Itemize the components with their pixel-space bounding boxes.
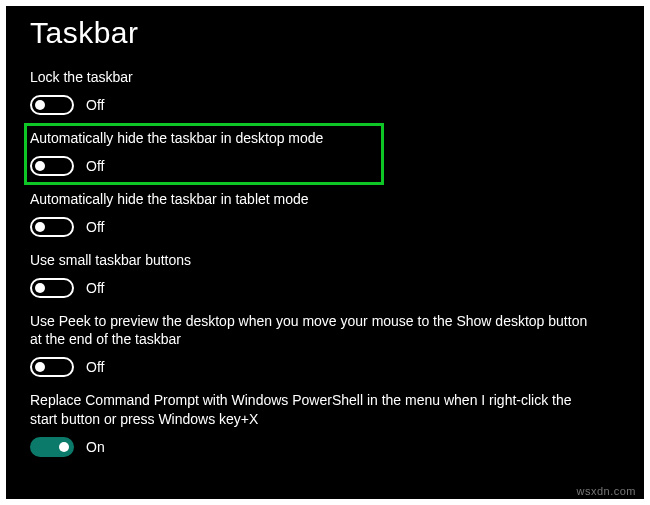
toggle-row: Off xyxy=(30,95,626,115)
setting-label: Automatically hide the taskbar in deskto… xyxy=(30,129,590,148)
toggle-state-label: Off xyxy=(86,280,104,296)
toggle-knob-icon xyxy=(35,362,45,372)
toggle-state-label: Off xyxy=(86,219,104,235)
setting-label: Automatically hide the taskbar in tablet… xyxy=(30,190,590,209)
setting-label: Use small taskbar buttons xyxy=(30,251,590,270)
toggle-row: Off xyxy=(30,357,626,377)
setting-label: Lock the taskbar xyxy=(30,68,590,87)
toggle-state-label: On xyxy=(86,439,105,455)
toggle-replace-cmd[interactable] xyxy=(30,437,74,457)
setting-label: Use Peek to preview the desktop when you… xyxy=(30,312,590,350)
watermark-text: wsxdn.com xyxy=(576,485,636,497)
setting-replace-cmd: Replace Command Prompt with Windows Powe… xyxy=(30,391,626,457)
toggle-use-peek[interactable] xyxy=(30,357,74,377)
toggle-row: Off xyxy=(30,156,626,176)
toggle-knob-icon xyxy=(35,100,45,110)
taskbar-settings-panel: Taskbar Lock the taskbar Off Automatical… xyxy=(6,6,644,499)
setting-lock-taskbar: Lock the taskbar Off xyxy=(30,68,626,115)
toggle-small-buttons[interactable] xyxy=(30,278,74,298)
toggle-row: Off xyxy=(30,217,626,237)
toggle-row: Off xyxy=(30,278,626,298)
toggle-row: On xyxy=(30,437,626,457)
toggle-state-label: Off xyxy=(86,158,104,174)
toggle-state-label: Off xyxy=(86,97,104,113)
toggle-knob-icon xyxy=(35,283,45,293)
toggle-autohide-desktop[interactable] xyxy=(30,156,74,176)
toggle-knob-icon xyxy=(59,442,69,452)
toggle-state-label: Off xyxy=(86,359,104,375)
setting-small-buttons: Use small taskbar buttons Off xyxy=(30,251,626,298)
toggle-knob-icon xyxy=(35,222,45,232)
setting-autohide-tablet: Automatically hide the taskbar in tablet… xyxy=(30,190,626,237)
setting-label: Replace Command Prompt with Windows Powe… xyxy=(30,391,590,429)
toggle-autohide-tablet[interactable] xyxy=(30,217,74,237)
toggle-knob-icon xyxy=(35,161,45,171)
page-title: Taskbar xyxy=(30,16,626,50)
toggle-lock-taskbar[interactable] xyxy=(30,95,74,115)
setting-autohide-desktop: Automatically hide the taskbar in deskto… xyxy=(30,129,626,176)
setting-use-peek: Use Peek to preview the desktop when you… xyxy=(30,312,626,378)
